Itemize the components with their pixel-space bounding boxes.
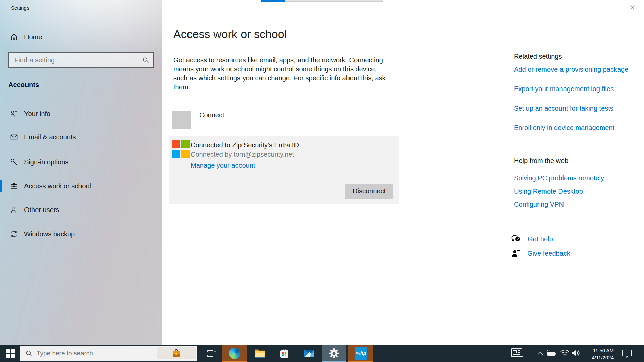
myhp-label-prefix: my: [356, 351, 360, 355]
taskbar-clock[interactable]: 11:50 AM 4/11/2024: [579, 347, 614, 361]
link-remote-desktop[interactable]: Using Remote Desktop: [514, 188, 583, 195]
sidebar-item-windows-backup[interactable]: Windows backup: [0, 227, 162, 241]
tray-chevron-up-icon[interactable]: [537, 351, 543, 357]
edge-icon: [229, 348, 240, 359]
wifi-icon[interactable]: [560, 349, 570, 358]
person-card-icon: [10, 110, 18, 118]
sidebar-item-home[interactable]: Home: [0, 29, 162, 44]
close-button[interactable]: [625, 0, 640, 14]
scroll-indicator-thumb: [261, 0, 285, 2]
link-device-management[interactable]: Enroll only in device management: [514, 124, 614, 132]
sidebar-item-label: Windows backup: [24, 230, 75, 238]
plus-icon: [176, 115, 186, 125]
sidebar-item-your-info[interactable]: Your info: [0, 106, 162, 121]
related-settings-header: Related settings: [514, 53, 562, 60]
taskbar-search-box[interactable]: [20, 346, 197, 361]
link-export-logs[interactable]: Export your management log files: [514, 85, 614, 93]
action-center-icon[interactable]: [622, 349, 632, 360]
page-title: Access work or school: [173, 27, 287, 41]
person-add-icon: [10, 206, 18, 214]
get-help-label: Get help: [528, 235, 553, 243]
taskbar-app-file-explorer[interactable]: [247, 345, 272, 361]
sync-icon: [10, 230, 18, 238]
minimize-button[interactable]: [578, 0, 594, 14]
page-description: Get access to resources like email, apps…: [173, 56, 392, 92]
accounts-section-header: Accounts: [8, 81, 39, 89]
search-icon: [25, 350, 33, 357]
close-icon: [630, 5, 635, 9]
sidebar-item-access-work-or-school[interactable]: Access work or school: [0, 179, 162, 193]
link-configuring-vpn[interactable]: Configuring VPN: [514, 201, 564, 208]
get-help-link[interactable]: ? Get help: [511, 234, 553, 244]
restore-button[interactable]: [601, 0, 617, 14]
get-help-icon: ?: [511, 234, 521, 244]
file-explorer-icon: [254, 348, 265, 358]
link-solving-pc-problems[interactable]: Solving PC problems remotely: [514, 174, 604, 182]
sidebar-item-label: Your info: [24, 110, 50, 118]
clock-time: 11:50 AM: [579, 347, 614, 354]
scroll-indicator-track: [285, 0, 383, 2]
briefcase-icon: [10, 182, 18, 190]
myhp-icon: myhp: [355, 347, 367, 360]
key-icon: [10, 158, 18, 166]
disconnect-button[interactable]: Disconnect: [345, 184, 393, 199]
taskbar-app-edge[interactable]: [222, 345, 247, 361]
connect-button[interactable]: [172, 111, 191, 129]
clock-date: 4/11/2024: [579, 354, 614, 361]
search-icon: [142, 56, 149, 64]
battery-icon[interactable]: [547, 349, 557, 358]
task-view-icon: [206, 348, 216, 358]
email-icon: [10, 133, 18, 141]
account-title: Connected to Zip Security's Entra ID: [191, 141, 299, 149]
start-button-icon[interactable]: [6, 349, 15, 358]
sidebar-item-email-accounts[interactable]: Email & accounts: [0, 130, 162, 144]
sidebar: Settings Home Accounts: [0, 0, 162, 345]
selected-accent-bar: [0, 180, 2, 192]
sidebar-item-label: Sign-in options: [24, 158, 68, 166]
taskbar-app-settings[interactable]: [322, 345, 346, 361]
disconnect-label: Disconnect: [353, 187, 386, 195]
link-test-account[interactable]: Set up an account for taking tests: [514, 105, 613, 112]
mail-icon: [304, 349, 315, 358]
microsoft-store-icon: [279, 348, 290, 359]
find-setting-searchbox[interactable]: [8, 52, 154, 68]
sidebar-item-label: Home: [24, 33, 42, 41]
settings-window: Settings Home Accounts: [0, 0, 644, 362]
search-input[interactable]: [9, 56, 142, 64]
sidebar-item-label: Email & accounts: [24, 133, 76, 141]
connected-account-card: Connected to Zip Security's Entra ID Con…: [169, 136, 399, 204]
news-widget-icon[interactable]: [510, 347, 524, 359]
task-view-button[interactable]: [203, 345, 219, 361]
settings-gear-icon: [329, 348, 339, 359]
help-from-web-header: Help from the web: [514, 157, 568, 165]
taskbar-app-mail[interactable]: [297, 345, 322, 361]
svg-text:?: ?: [517, 237, 519, 241]
sidebar-item-sign-in-options[interactable]: Sign-in options: [0, 155, 162, 169]
sidebar-item-label: Access work or school: [24, 182, 91, 190]
briefcase-highlight-icon: [171, 349, 181, 358]
restore-icon: [607, 5, 611, 9]
give-feedback-icon: [511, 249, 521, 258]
home-icon: [10, 33, 18, 41]
link-provisioning-package[interactable]: Add or remove a provisioning package: [514, 66, 628, 73]
taskbar-app-myhp[interactable]: myhp: [348, 345, 373, 361]
manage-account-link[interactable]: Manage your account: [191, 162, 255, 169]
give-feedback-link[interactable]: Give feedback: [511, 249, 570, 258]
sidebar-item-label: Other users: [24, 206, 59, 214]
window-title: Settings: [11, 5, 29, 11]
taskbar-app-microsoft-store[interactable]: [272, 345, 297, 361]
give-feedback-label: Give feedback: [527, 250, 570, 257]
myhp-label-bold: hp: [360, 351, 366, 356]
connect-label: Connect: [199, 111, 224, 119]
search-highlight-chip[interactable]: [157, 347, 196, 359]
sidebar-item-other-users[interactable]: Other users: [0, 202, 162, 217]
account-connected-by: Connected by tom@zipsecurity.net: [191, 150, 294, 158]
microsoft-logo-icon: [172, 140, 190, 158]
